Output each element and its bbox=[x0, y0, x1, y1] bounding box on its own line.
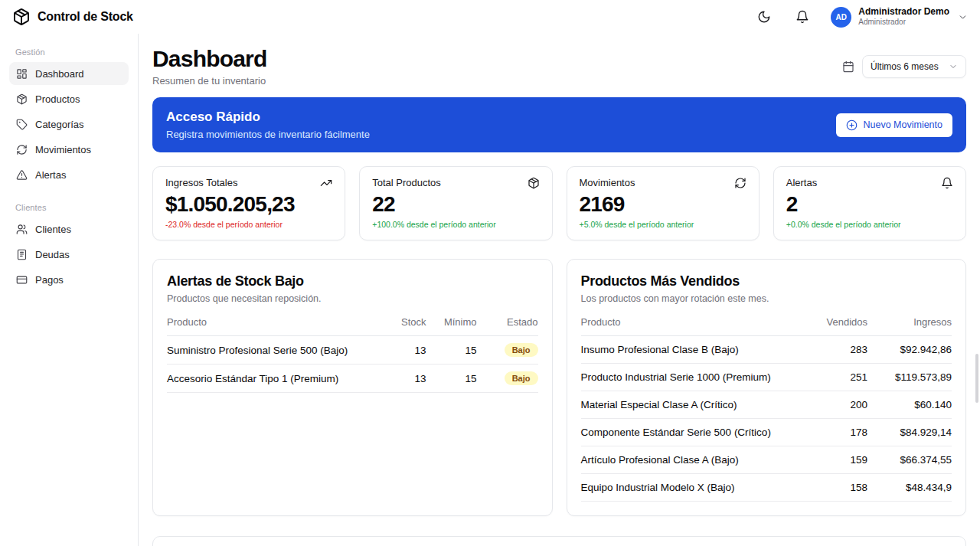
column-header-producto: Producto bbox=[167, 316, 382, 328]
moon-icon bbox=[757, 10, 771, 24]
notifications-button[interactable] bbox=[792, 7, 812, 27]
sidebar-section-gestion: Gestión bbox=[15, 47, 122, 57]
sidebar: Gestión Dashboard Productos Categorías M… bbox=[0, 34, 139, 546]
table-row[interactable]: Insumo Profesional Clase B (Bajo) 283 $9… bbox=[581, 336, 952, 364]
sidebar-item-label: Deudas bbox=[35, 249, 70, 260]
revenue-value: $92.942,86 bbox=[867, 344, 952, 355]
sidebar-item-categorias[interactable]: Categorías bbox=[9, 113, 129, 136]
low-stock-table: Producto Stock Mínimo Estado Suministro … bbox=[167, 316, 538, 393]
stat-value: $1.050.205,23 bbox=[165, 192, 332, 217]
sidebar-item-dashboard[interactable]: Dashboard bbox=[9, 62, 129, 85]
product-name: Suministro Profesional Serie 500 (Bajo) bbox=[167, 345, 382, 356]
sidebar-item-deudas[interactable]: Deudas bbox=[9, 243, 129, 266]
dark-mode-toggle[interactable] bbox=[754, 7, 774, 27]
low-stock-card: Alertas de Stock Bajo Productos que nece… bbox=[152, 259, 553, 516]
stat-delta: -23.0% desde el período anterior bbox=[165, 220, 332, 229]
sidebar-item-clientes[interactable]: Clientes bbox=[9, 217, 129, 240]
banner-title: Acceso Rápido bbox=[166, 110, 370, 125]
stat-delta: +5.0% desde el período anterior bbox=[580, 220, 746, 229]
app-brand: Control de Stock bbox=[12, 8, 133, 26]
product-name: Equipo Industrial Modelo X (Bajo) bbox=[581, 482, 799, 493]
new-movement-button-label: Nuevo Movimiento bbox=[863, 119, 942, 130]
app-title: Control de Stock bbox=[38, 10, 133, 24]
sold-value: 159 bbox=[799, 454, 867, 466]
stat-delta: +0.0% desde el período anterior bbox=[786, 220, 953, 229]
table-row[interactable]: Accesorio Estándar Tipo 1 (Premium) 13 1… bbox=[167, 365, 538, 393]
stat-card-productos: Total Productos 22 +100.0% desde el perí… bbox=[359, 166, 552, 240]
chevron-down-icon bbox=[949, 62, 958, 71]
stat-label: Total Productos bbox=[372, 177, 441, 188]
sidebar-section-clientes: Clientes bbox=[15, 203, 122, 212]
min-value: 15 bbox=[426, 345, 477, 356]
header-actions: AD Administrador Demo Administrador bbox=[754, 6, 968, 28]
low-stock-title: Alertas de Stock Bajo bbox=[167, 273, 538, 289]
tables-row: Alertas de Stock Bajo Productos que nece… bbox=[152, 259, 966, 516]
sidebar-item-alertas[interactable]: Alertas bbox=[9, 163, 129, 186]
quick-access-banner: Acceso Rápido Registra movimientos de in… bbox=[152, 97, 966, 152]
table-row[interactable]: Suministro Profesional Serie 500 (Bajo) … bbox=[167, 336, 538, 365]
alert-triangle-icon bbox=[16, 169, 28, 181]
revenue-value: $66.374,55 bbox=[867, 454, 952, 466]
column-header-stock: Stock bbox=[382, 316, 426, 328]
table-row[interactable]: Componente Estándar Serie 500 (Crítico) … bbox=[581, 419, 952, 446]
product-name: Artículo Profesional Clase A (Bajo) bbox=[581, 454, 799, 466]
sold-value: 283 bbox=[799, 344, 867, 355]
sidebar-item-pagos[interactable]: Pagos bbox=[9, 268, 129, 291]
stat-value: 22 bbox=[372, 192, 539, 217]
banner-subtitle: Registra movimientos de inventario fácil… bbox=[166, 129, 370, 140]
users-icon bbox=[16, 224, 28, 235]
sidebar-item-movimientos[interactable]: Movimientos bbox=[9, 138, 129, 161]
next-section-card bbox=[152, 536, 966, 546]
product-name: Accesorio Estándar Tipo 1 (Premium) bbox=[167, 373, 382, 384]
period-select[interactable]: Últimos 6 meses bbox=[862, 55, 966, 78]
sold-value: 251 bbox=[799, 371, 867, 383]
status-badge: Bajo bbox=[505, 371, 538, 385]
top-products-subtitle: Los productos con mayor rotación este me… bbox=[581, 293, 952, 304]
package-icon bbox=[528, 177, 540, 189]
sold-value: 158 bbox=[799, 482, 867, 493]
bell-icon bbox=[941, 177, 953, 189]
stat-label: Alertas bbox=[786, 177, 817, 188]
sidebar-item-productos[interactable]: Productos bbox=[9, 87, 129, 110]
column-header-ingresos: Ingresos bbox=[867, 316, 952, 328]
new-movement-button[interactable]: Nuevo Movimiento bbox=[836, 113, 952, 137]
top-products-card: Productos Más Vendidos Los productos con… bbox=[567, 259, 967, 516]
banner-text: Acceso Rápido Registra movimientos de in… bbox=[166, 110, 370, 140]
column-header-minimo: Mínimo bbox=[426, 316, 477, 328]
top-products-title: Productos Más Vendidos bbox=[581, 273, 952, 289]
period-filter: Últimos 6 meses bbox=[842, 55, 966, 78]
product-name: Insumo Profesional Clase B (Bajo) bbox=[581, 344, 799, 355]
product-name: Producto Industrial Serie 1000 (Premium) bbox=[581, 371, 799, 383]
stat-card-movimientos: Movimientos 2169 +5.0% desde el período … bbox=[567, 166, 760, 240]
stat-delta: +100.0% desde el período anterior bbox=[372, 220, 539, 229]
sidebar-item-label: Productos bbox=[35, 93, 80, 105]
table-header: Producto Vendidos Ingresos bbox=[581, 316, 952, 336]
column-header-estado: Estado bbox=[477, 316, 538, 328]
table-row[interactable]: Artículo Profesional Clase A (Bajo) 159 … bbox=[581, 446, 952, 474]
sidebar-item-label: Pagos bbox=[35, 274, 64, 286]
scrollbar[interactable] bbox=[975, 354, 978, 403]
stat-card-ingresos: Ingresos Totales $1.050.205,23 -23.0% de… bbox=[152, 166, 345, 240]
sidebar-item-label: Categorías bbox=[35, 119, 84, 130]
credit-card-icon bbox=[16, 274, 28, 286]
bell-icon bbox=[795, 10, 809, 24]
refresh-icon bbox=[734, 177, 746, 189]
table-row[interactable]: Producto Industrial Serie 1000 (Premium)… bbox=[581, 364, 952, 391]
stock-value: 13 bbox=[382, 373, 426, 384]
table-row[interactable]: Material Especial Clase A (Crítico) 200 … bbox=[581, 391, 952, 419]
stat-label: Ingresos Totales bbox=[165, 177, 237, 188]
sidebar-item-label: Movimientos bbox=[35, 144, 91, 155]
revenue-value: $48.434,9 bbox=[867, 482, 952, 493]
sidebar-item-label: Clientes bbox=[35, 224, 71, 235]
stat-label: Movimientos bbox=[580, 177, 635, 188]
sidebar-item-label: Alertas bbox=[35, 169, 66, 181]
page-heading: Dashboard Resumen de tu inventario bbox=[152, 46, 267, 87]
table-header: Producto Stock Mínimo Estado bbox=[167, 316, 538, 336]
table-row[interactable]: Equipo Industrial Modelo X (Bajo) 158 $4… bbox=[581, 474, 952, 502]
column-header-producto: Producto bbox=[581, 316, 799, 328]
stat-value: 2169 bbox=[580, 192, 746, 217]
user-role: Administrador bbox=[858, 18, 949, 28]
user-menu[interactable]: AD Administrador Demo Administrador bbox=[831, 6, 968, 28]
status-badge: Bajo bbox=[505, 343, 538, 357]
notebook-icon bbox=[16, 249, 28, 260]
